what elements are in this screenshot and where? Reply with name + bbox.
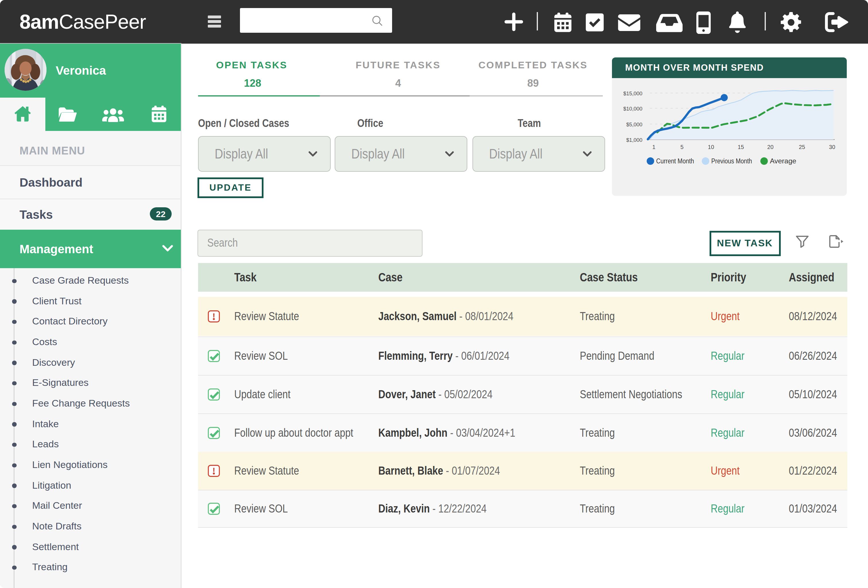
svg-text:$1,000: $1,000 [626,137,642,143]
svg-text:Previous Month: Previous Month [711,157,752,164]
svg-text:25: 25 [799,143,805,150]
svg-text:Average: Average [770,157,796,164]
svg-text:1: 1 [652,143,655,150]
svg-text:15: 15 [738,143,744,150]
svg-text:Current Month: Current Month [656,157,694,164]
svg-text:20: 20 [767,143,774,150]
svg-text:$15,000: $15,000 [623,90,642,96]
svg-text:10: 10 [708,143,714,150]
svg-text:30: 30 [829,143,835,150]
svg-text:$5,000: $5,000 [626,121,642,127]
svg-text:5: 5 [681,143,684,150]
svg-text:$10,000: $10,000 [623,105,642,111]
